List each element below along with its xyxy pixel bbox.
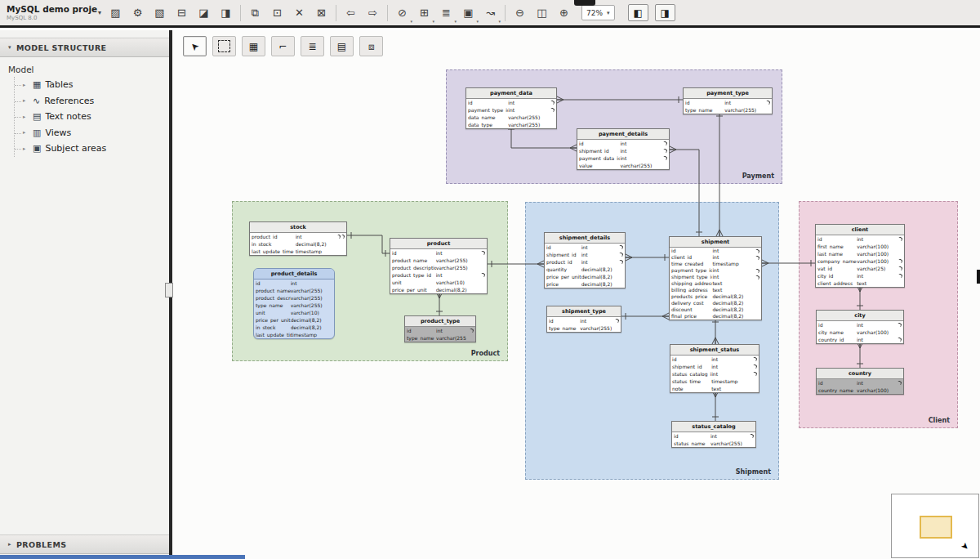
table-row[interactable]: status_namevarchar(255) xyxy=(672,440,755,447)
table-row[interactable]: valuevarchar(255) xyxy=(577,162,669,169)
table-row[interactable]: city_namevarchar(100) xyxy=(817,329,903,336)
table-row[interactable]: idint xyxy=(817,379,903,387)
zoom-in-icon[interactable]: ⊕ xyxy=(553,2,575,24)
print-icon[interactable]: ⊟ xyxy=(171,2,193,24)
copy-icon[interactable]: ⧉ xyxy=(244,2,266,24)
zoom-out-icon[interactable]: ⊖ xyxy=(509,2,531,24)
table-row[interactable]: client_addresstext xyxy=(816,280,904,287)
shape-tool-icon[interactable]: ⊘ xyxy=(391,2,413,24)
table-row[interactable]: country_idint xyxy=(817,336,903,343)
table-row[interactable]: products_pricedecimal(8,2) xyxy=(670,293,761,300)
table-row[interactable]: shipment_idint xyxy=(670,363,759,370)
table-row[interactable]: type_namevarchar(255) xyxy=(405,334,475,342)
table-row[interactable]: vat_idvarchar(25) xyxy=(816,265,904,272)
table-city[interactable]: cityidintcity_namevarchar(100)country_id… xyxy=(816,310,904,344)
table-payment_data[interactable]: payment_dataidintpayment_type_idintdata_… xyxy=(466,87,557,129)
table-row[interactable]: price_per_unitdecimal(8,2) xyxy=(545,273,625,280)
problems-header[interactable]: ▸ PROBLEMS xyxy=(0,534,169,554)
relation-tool-icon[interactable]: ↝ xyxy=(479,2,501,24)
table-row[interactable]: payment_data_idint xyxy=(577,154,669,162)
expand-caret-icon[interactable]: ▸ xyxy=(23,129,29,136)
table-row[interactable]: idint xyxy=(816,235,904,243)
sidebar-item-tables[interactable]: ▸▦Tables xyxy=(15,77,169,93)
table-row[interactable]: price_per_unitdecimal(8,2) xyxy=(390,286,487,293)
vertical-scroll-indicator[interactable] xyxy=(977,270,980,284)
collapsed-panel-tab[interactable] xyxy=(574,0,595,6)
picture-icon[interactable]: ▨ xyxy=(105,2,127,24)
table-row[interactable]: city_idint xyxy=(816,272,904,280)
undo-icon[interactable]: ⇦ xyxy=(340,2,362,24)
toggle-right-panel-button[interactable]: ◨ xyxy=(655,4,675,21)
html-report-icon[interactable]: ◨ xyxy=(215,2,237,24)
table-row[interactable]: status_timetimestamp xyxy=(670,378,759,385)
gear-icon[interactable]: ⚙ xyxy=(127,2,149,24)
table-row[interactable]: product_namevarchar(255) xyxy=(254,287,334,294)
table-row[interactable]: idint xyxy=(577,140,669,147)
add-table-tool[interactable]: ▦ xyxy=(242,36,265,56)
table-product_details[interactable]: product_detailsidintproduct_namevarchar(… xyxy=(253,268,335,339)
table-row[interactable]: idint xyxy=(466,99,556,106)
table-row[interactable]: time_createdtimestamp xyxy=(670,261,761,267)
table-row[interactable]: idint xyxy=(684,99,772,106)
table-status_catalog[interactable]: status_catalogidintstatus_namevarchar(25… xyxy=(671,421,756,448)
table-row[interactable]: shipment_idint xyxy=(577,147,669,154)
model-root-item[interactable]: Model xyxy=(8,63,169,77)
table-row[interactable]: first_namevarchar(100) xyxy=(816,243,904,250)
table-row[interactable]: idint xyxy=(670,356,759,363)
table-row[interactable]: final_pricedecimal(8,2) xyxy=(670,313,761,320)
add-subject-area-tool[interactable]: ⧈ xyxy=(359,36,383,56)
table-row[interactable]: idint xyxy=(547,317,621,324)
table-product[interactable]: productidintproduct_namevarchar(255)prod… xyxy=(390,238,488,294)
redo-icon[interactable]: ⇨ xyxy=(362,2,384,24)
table-shipment_details[interactable]: shipment_detailsidintshipment_idintprodu… xyxy=(544,232,626,288)
expand-caret-icon[interactable]: ▸ xyxy=(23,97,29,104)
table-tool-icon[interactable]: ⊞ xyxy=(413,2,435,24)
table-row[interactable]: product_idint xyxy=(545,258,625,266)
table-row[interactable]: idint xyxy=(254,280,334,287)
table-row[interactable]: idint xyxy=(405,327,475,334)
table-payment_details[interactable]: payment_detailsidintshipment_idintpaymen… xyxy=(577,128,670,170)
table-row[interactable]: status_catalog_idint xyxy=(670,370,759,378)
table-shipment[interactable]: shipmentidintclient_idinttime_createdtim… xyxy=(669,236,762,320)
sidebar-splitter-handle[interactable] xyxy=(165,283,173,297)
table-row[interactable]: delivery_costdecimal(8,2) xyxy=(670,300,761,306)
relationship-stock-product[interactable] xyxy=(347,235,390,253)
table-row[interactable]: discountdecimal(8,2) xyxy=(670,306,761,313)
table-stock[interactable]: stockproduct_idintin_stockdecimal(8,2)la… xyxy=(249,221,347,256)
relationship-payment_details-shipment[interactable] xyxy=(670,150,699,236)
table-row[interactable]: unitvarchar(10) xyxy=(390,279,487,286)
table-row[interactable]: country_namevarchar(100) xyxy=(817,387,903,394)
table-row[interactable]: idint xyxy=(817,321,903,329)
zoom-level-select[interactable]: 72% ▾ xyxy=(581,5,615,20)
minimap-viewport[interactable] xyxy=(920,516,952,539)
table-row[interactable]: quantitydecimal(8,2) xyxy=(545,266,625,273)
pdf-report-icon[interactable]: ◪ xyxy=(193,2,215,24)
table-country[interactable]: countryidintcountry_namevarchar(100) xyxy=(816,368,904,395)
table-row[interactable]: shipping_addresstext xyxy=(670,280,761,287)
add-view-tool[interactable]: ≣ xyxy=(301,36,324,56)
paste-icon[interactable]: ⊡ xyxy=(266,2,288,24)
export-image-icon[interactable]: ▧ xyxy=(149,2,171,24)
expand-caret-icon[interactable]: ▸ xyxy=(23,114,29,120)
table-row[interactable]: data_namevarchar(255) xyxy=(466,114,556,121)
table-row[interactable]: pricedecimal(8,2) xyxy=(545,280,625,288)
fit-screen-icon[interactable]: ◫ xyxy=(531,2,553,24)
table-row[interactable]: product_namevarchar(255) xyxy=(390,257,487,264)
table-row[interactable]: product_descriptionvarchar(255) xyxy=(390,264,487,271)
project-menu-caret-icon[interactable]: ▾ xyxy=(98,9,101,16)
table-row[interactable]: payment_type_idint xyxy=(670,267,761,274)
table-row[interactable]: last_update_timetimestamp xyxy=(254,331,334,338)
sidebar-item-references[interactable]: ▸∿References xyxy=(15,93,169,110)
table-row[interactable]: idint xyxy=(672,432,755,440)
table-row[interactable]: in_stockdecimal(8,2) xyxy=(250,240,346,248)
expand-caret-icon[interactable]: ▸ xyxy=(23,145,29,152)
marquee-select-tool[interactable] xyxy=(212,36,236,56)
table-row[interactable]: product_descriptionvarchar(255) xyxy=(254,294,334,302)
table-row[interactable]: last_update_timetimestamp xyxy=(250,248,346,255)
table-row[interactable]: client_idint xyxy=(670,254,761,261)
add-relation-tool[interactable]: ⌐ xyxy=(271,36,295,56)
table-row[interactable]: last_namevarchar(100) xyxy=(816,250,904,257)
table-product_type[interactable]: product_typeidinttype_namevarchar(255) xyxy=(404,315,476,342)
table-row[interactable]: payment_type_idint xyxy=(466,106,556,114)
table-payment_type[interactable]: payment_typeidinttype_namevarchar(255) xyxy=(683,87,773,114)
